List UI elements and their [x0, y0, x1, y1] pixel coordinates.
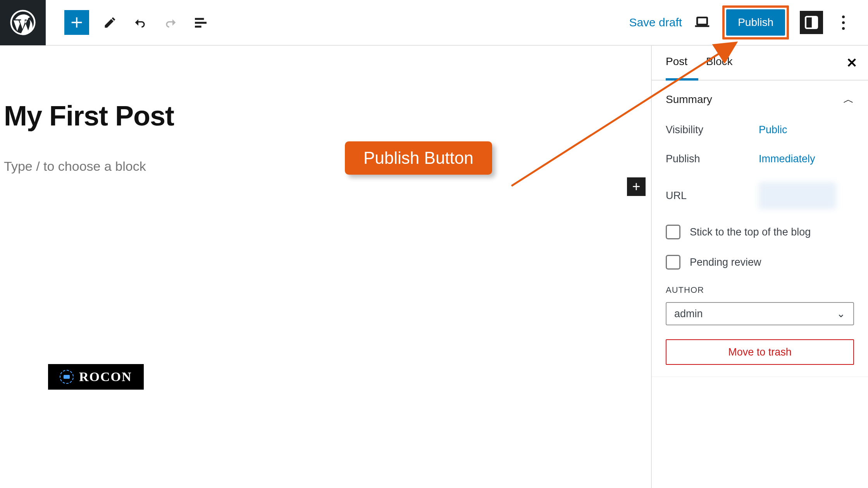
- svg-rect-6: [695, 25, 710, 27]
- document-overview-button[interactable]: [191, 13, 210, 32]
- visibility-label: Visibility: [666, 124, 759, 136]
- publish-schedule-label: Publish: [666, 153, 759, 165]
- sticky-checkbox-row[interactable]: Stick to the top of the blog: [666, 225, 854, 239]
- undo-button[interactable]: [131, 13, 150, 32]
- summary-panel: Summary ︿ Visibility Public Publish Imme…: [652, 81, 868, 377]
- pending-checkbox[interactable]: [666, 255, 680, 270]
- wordpress-logo[interactable]: [0, 0, 46, 45]
- summary-toggle[interactable]: Summary ︿: [666, 92, 854, 107]
- inline-add-block-button[interactable]: +: [627, 177, 646, 196]
- annotation-callout: Publish Button: [345, 141, 492, 175]
- list-view-icon: [193, 15, 208, 30]
- chevron-up-icon: ︿: [843, 92, 854, 107]
- sidebar-icon: [804, 15, 819, 30]
- plus-icon: [69, 15, 84, 30]
- sticky-checkbox-label: Stick to the top of the blog: [690, 226, 811, 238]
- toolbar-right-group: Save draft Publish: [629, 5, 868, 40]
- tab-post[interactable]: Post: [666, 55, 687, 70]
- settings-sidebar-toggle[interactable]: [800, 11, 823, 34]
- block-placeholder[interactable]: Type / to choose a block: [4, 159, 651, 174]
- settings-sidebar: Post Block ✕ Summary ︿ Visibility Public…: [651, 46, 868, 488]
- edit-mode-button[interactable]: [101, 13, 119, 32]
- url-value-redacted[interactable]: [759, 182, 836, 209]
- tab-block[interactable]: Block: [706, 55, 732, 70]
- svg-rect-5: [697, 17, 707, 24]
- chevron-down-icon: ⌄: [837, 308, 846, 320]
- sidebar-tabs: Post Block ✕: [652, 46, 868, 81]
- add-block-button[interactable]: [64, 10, 89, 35]
- summary-heading: Summary: [666, 93, 712, 106]
- editor-toolbar: Save draft Publish: [0, 0, 868, 46]
- svg-rect-4: [195, 26, 202, 27]
- save-draft-button[interactable]: Save draft: [629, 16, 682, 29]
- tab-active-indicator: [666, 78, 698, 81]
- kebab-icon: [842, 14, 845, 31]
- pending-checkbox-row[interactable]: Pending review: [666, 255, 854, 270]
- visibility-value[interactable]: Public: [759, 124, 787, 136]
- editor-canvas[interactable]: My First Post Type / to choose a block: [0, 46, 651, 488]
- close-sidebar-button[interactable]: ✕: [846, 55, 857, 70]
- plus-icon: +: [632, 179, 640, 195]
- wordpress-icon: [9, 9, 37, 36]
- redo-icon: [163, 15, 178, 30]
- rocon-logo-icon: [60, 370, 74, 384]
- options-menu-button[interactable]: [834, 13, 852, 32]
- svg-rect-2: [195, 18, 204, 20]
- close-icon: ✕: [846, 55, 857, 70]
- author-select[interactable]: admin ⌄: [666, 302, 854, 325]
- publish-schedule-value[interactable]: Immediately: [759, 153, 815, 165]
- pencil-icon: [103, 15, 117, 29]
- publish-highlight-box: Publish: [722, 5, 789, 40]
- author-selected-value: admin: [674, 308, 703, 320]
- laptop-icon: [694, 14, 711, 31]
- toolbar-left-group: [46, 10, 210, 35]
- rocon-watermark: ROCON: [48, 364, 144, 390]
- svg-rect-8: [812, 17, 817, 28]
- move-to-trash-button[interactable]: Move to trash: [666, 339, 854, 365]
- author-heading: AUTHOR: [666, 285, 854, 295]
- preview-button[interactable]: [693, 13, 711, 32]
- undo-icon: [133, 15, 148, 30]
- post-title-input[interactable]: My First Post: [4, 100, 651, 132]
- url-label: URL: [666, 190, 759, 202]
- publish-button[interactable]: Publish: [726, 9, 785, 36]
- svg-rect-3: [195, 22, 207, 24]
- rocon-text: ROCON: [79, 369, 132, 384]
- pending-checkbox-label: Pending review: [690, 256, 761, 268]
- sticky-checkbox[interactable]: [666, 225, 680, 239]
- redo-button[interactable]: [161, 13, 180, 32]
